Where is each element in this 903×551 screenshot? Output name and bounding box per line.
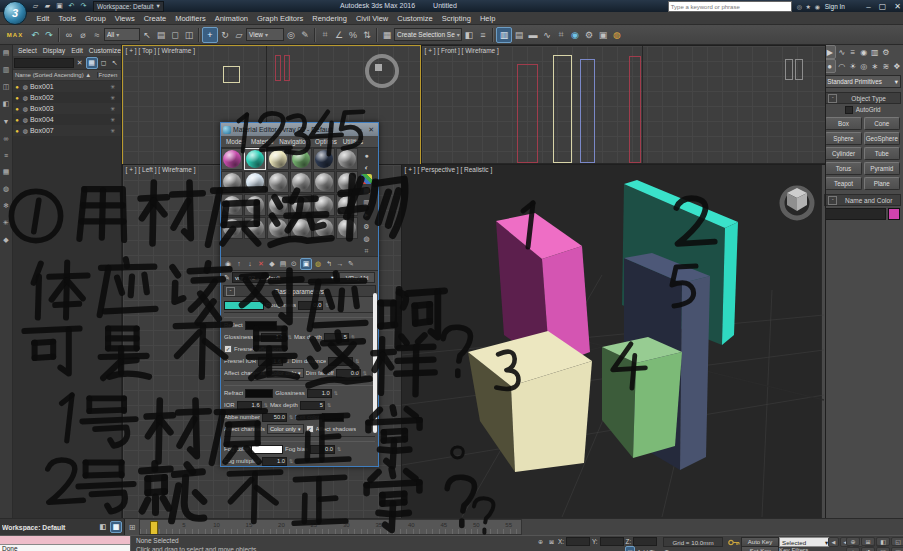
lock-icon[interactable]: ◻ [99, 58, 109, 68]
pick-material-icon[interactable]: ✎ [346, 259, 356, 269]
select-move-icon[interactable]: + [202, 27, 218, 43]
maximize-button[interactable]: ▢ [879, 2, 887, 11]
close-icon[interactable]: ✕ [366, 126, 376, 134]
scene-box-4-front-face[interactable] [633, 352, 682, 458]
snaps-toggle-icon[interactable]: ⌗ [318, 28, 332, 42]
menu-scripting[interactable]: Scripting [437, 14, 475, 23]
named-selection-sets-dropdown[interactable]: Create Selection Se▾ [394, 28, 462, 41]
select-and-link-icon[interactable]: ∞ [62, 28, 76, 42]
material-editor-window[interactable]: Material Editor - vray 02 - Default ▫ ✕ … [220, 122, 379, 467]
tab-utilities[interactable]: ⚙ [880, 46, 891, 58]
filter-icon[interactable]: ▼ [1, 116, 11, 126]
param-value-field[interactable]: 5 [324, 333, 349, 342]
show-in-viewport-icon[interactable]: ▣ [300, 258, 312, 270]
param-value-field[interactable]: 5 [300, 401, 325, 410]
create-button-box[interactable]: Box [825, 117, 861, 130]
star-icon[interactable]: ★ [804, 2, 813, 11]
material-slot-8[interactable] [244, 171, 266, 193]
scene-explorer-search-input[interactable] [14, 58, 74, 68]
toggle-layer-explorer-icon[interactable]: ▤ [512, 28, 526, 42]
color-swatch[interactable] [245, 321, 277, 330]
material-slot-3[interactable] [267, 148, 289, 170]
pin-icon[interactable]: ⊕ [536, 537, 545, 546]
put-to-scene-icon[interactable]: ↑ [234, 259, 244, 269]
material-slot-9[interactable] [267, 171, 289, 193]
explorer-menu-customize[interactable]: Customize [86, 47, 122, 54]
tab-motion[interactable]: ◉ [858, 46, 869, 58]
viewport-nav-icon[interactable]: ↺ [861, 547, 875, 551]
bind-spacewarp-icon[interactable]: ≈ [90, 28, 104, 42]
time-slider-ruler[interactable]: 5101520253035404550556065707580859095100 [139, 519, 522, 535]
material-slot-23[interactable] [313, 217, 335, 239]
material-slot-14[interactable] [244, 194, 266, 216]
close-button[interactable]: ✕ [894, 2, 901, 11]
basic-parameters-rollout[interactable]: - Basic parameters [223, 285, 376, 297]
key-filters-button[interactable]: Key Filters... [779, 546, 813, 551]
material-slot-19[interactable] [221, 217, 243, 239]
primitive-category-dropdown[interactable]: Standard Primitives ▾ [824, 75, 901, 88]
star-dock-icon[interactable]: ✳ [1, 218, 11, 228]
get-material-icon[interactable]: ◉ [223, 259, 233, 269]
rendered-frame-icon[interactable]: ▣ [596, 28, 610, 42]
background-icon[interactable] [361, 174, 372, 184]
menu-modifiers[interactable]: Modifiers [171, 14, 210, 23]
visibility-bulb-icon[interactable]: ● [13, 117, 21, 123]
undo-icon[interactable]: ↶ [28, 28, 42, 42]
list-icon[interactable]: ≡ [1, 150, 11, 160]
toggle-scene-explorer-icon[interactable]: ▥ [496, 27, 512, 43]
scene-box-5-front-face[interactable] [680, 276, 710, 470]
viewport-front[interactable]: [ + ] [ Front ] [ Wireframe ] [421, 45, 826, 165]
create-button-cone[interactable]: Cone [864, 117, 900, 130]
explorer-item-box001[interactable]: ●◍Box001✳ [13, 81, 121, 92]
subtab-shapes[interactable]: ◠ [836, 60, 847, 72]
make-preview-icon[interactable]: ▸ [361, 210, 372, 220]
reset-map-icon[interactable]: ✕ [256, 259, 266, 269]
visibility-bulb-icon[interactable]: ● [13, 84, 21, 90]
material-slot-5[interactable] [313, 148, 335, 170]
param-value-field[interactable]: 0.0 [310, 445, 335, 454]
param-dropdown[interactable]: Color only▾ [267, 368, 304, 378]
dot-icon[interactable]: ◍ [1, 184, 11, 194]
create-button-teapot[interactable]: Teapot [825, 177, 861, 190]
viewport-perspective-label[interactable]: [ + ] [ Perspective ] [ Realistic ] [405, 166, 493, 173]
spinner-icon[interactable]: ⇅ [363, 370, 367, 376]
subtab-helpers[interactable]: ∗ [869, 60, 880, 72]
viewport-nav-icon[interactable]: ⊕ [846, 537, 860, 546]
redo-icon[interactable]: ↷ [78, 1, 89, 11]
viewport-nav-icon[interactable]: ◱ [891, 537, 903, 546]
menu-rendering[interactable]: Rendering [308, 14, 352, 23]
unlink-selection-icon[interactable]: ⌀ [76, 28, 90, 42]
menu-tools[interactable]: Tools [54, 14, 81, 23]
spinner-icon[interactable]: ⇅ [264, 402, 268, 408]
minimize-button[interactable]: – [866, 2, 870, 11]
map-navigator-icon[interactable]: ⌗ [361, 246, 372, 256]
spinner-icon[interactable]: ⇅ [289, 458, 293, 464]
explorer-item-box004[interactable]: ●◍Box004✳ [13, 114, 121, 125]
material-slot-11[interactable] [313, 171, 335, 193]
pick-icon[interactable]: ↖ [110, 58, 120, 68]
percent-snap-icon[interactable]: % [346, 28, 360, 42]
frozen-icon[interactable]: ✳ [105, 116, 121, 123]
material-id-icon[interactable]: ⊙ [289, 259, 299, 269]
cube-icon[interactable]: ◧ [98, 522, 108, 532]
window-crossing-icon[interactable]: ◫ [182, 28, 196, 42]
video-color-check-icon[interactable]: ▥ [361, 198, 372, 208]
minimize-icon[interactable]: ▫ [358, 126, 364, 133]
save-icon[interactable]: ▣ [54, 1, 65, 11]
viewport-layout-icon[interactable]: ◧ [1, 99, 11, 109]
z-coordinate-field[interactable] [633, 537, 657, 546]
viewport-front-label[interactable]: [ + ] [ Front ] [ Wireframe ] [425, 47, 499, 54]
workspace-dropdown-bottom[interactable]: Workspace: Default ◧ ▦ [0, 519, 125, 535]
spinner-icon[interactable]: ⇅ [351, 334, 355, 340]
material-slot-24[interactable] [336, 217, 358, 239]
param-checkbox[interactable]: ✓Affect shadows [306, 425, 357, 433]
selection-filter-dropdown[interactable]: All▾ [104, 28, 140, 41]
listener-macro-row[interactable] [0, 536, 130, 545]
material-slot-17[interactable] [313, 194, 335, 216]
top-view-compass[interactable] [365, 54, 399, 88]
subtab-cameras[interactable]: ◎ [858, 60, 869, 72]
render-production-icon[interactable]: ◍ [610, 28, 624, 42]
select-manipulate-icon[interactable]: ✎ [298, 28, 312, 42]
explorer-menu-select[interactable]: Select [15, 47, 40, 54]
name-color-rollout[interactable]: - Name and Color [824, 194, 901, 206]
